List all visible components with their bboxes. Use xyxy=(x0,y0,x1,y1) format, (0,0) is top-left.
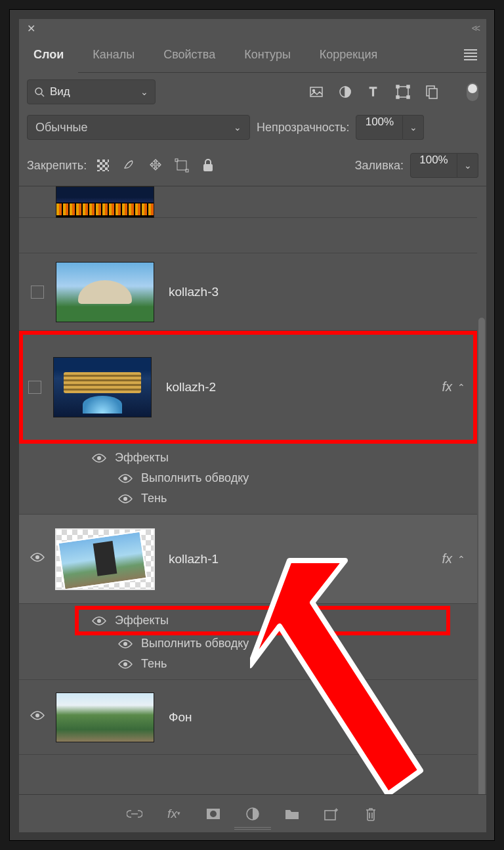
mask-icon[interactable] xyxy=(205,806,221,822)
eye-icon[interactable] xyxy=(117,659,133,669)
lock-icons xyxy=(96,158,215,173)
fx-icon[interactable]: fx▾ xyxy=(166,806,182,822)
effects-label: Эффекты xyxy=(115,451,169,465)
fill-stepper[interactable]: ⌄ xyxy=(457,153,478,178)
panel-titlebar: ✕ << xyxy=(19,19,486,37)
filter-toggle[interactable] xyxy=(467,83,478,101)
search-input[interactable] xyxy=(50,85,116,98)
visibility-toggle[interactable] xyxy=(19,710,56,724)
svg-point-20 xyxy=(97,456,101,460)
fill-label: Заливка: xyxy=(355,159,404,173)
tab-adjustments[interactable]: Коррекция xyxy=(305,37,392,72)
layer-thumbnail[interactable] xyxy=(53,357,152,417)
svg-point-25 xyxy=(123,642,127,646)
layer-row[interactable] xyxy=(19,186,477,218)
layer-thumbnail[interactable] xyxy=(56,692,154,742)
scrollbar-thumb[interactable] xyxy=(478,318,485,794)
tab-properties[interactable]: Свойства xyxy=(149,37,230,72)
fill-input[interactable]: 100% xyxy=(410,153,457,178)
tab-channels[interactable]: Каналы xyxy=(78,37,149,72)
group-icon[interactable] xyxy=(284,806,300,822)
tab-paths[interactable]: Контуры xyxy=(230,37,305,72)
lock-all-icon[interactable] xyxy=(201,158,215,173)
svg-rect-13 xyxy=(97,159,109,171)
effect-shadow[interactable]: Тень xyxy=(19,654,477,674)
layers-panel: ✕ << Слои Каналы Свойства Контуры Коррек… xyxy=(19,19,486,832)
svg-point-21 xyxy=(123,477,127,480)
delete-icon[interactable] xyxy=(363,806,379,822)
chevron-down-icon[interactable]: ⌄ xyxy=(140,87,148,97)
chevron-down-icon: ⌄ xyxy=(234,122,242,133)
layer-thumbnail[interactable] xyxy=(56,529,154,589)
visibility-toggle[interactable] xyxy=(19,286,56,299)
eye-icon[interactable] xyxy=(91,453,107,463)
filter-shape-icon[interactable] xyxy=(396,85,410,99)
filter-type-icon[interactable]: T xyxy=(367,85,381,99)
svg-line-1 xyxy=(41,94,44,96)
svg-point-29 xyxy=(210,811,217,817)
layer-name[interactable]: kollazh-3 xyxy=(169,285,219,299)
svg-rect-9 xyxy=(396,96,399,98)
panel-tabs: Слои Каналы Свойства Контуры Коррекция xyxy=(19,37,486,73)
filter-row: ⌄ T xyxy=(19,73,486,111)
svg-point-0 xyxy=(35,88,42,95)
layer-name[interactable]: kollazh-1 xyxy=(169,552,219,566)
eye-icon[interactable] xyxy=(117,494,133,504)
eye-icon[interactable] xyxy=(91,616,107,626)
svg-rect-7 xyxy=(396,85,399,88)
blend-row: Обычные ⌄ Непрозрачность: 100% ⌄ xyxy=(19,111,486,148)
layer-row-kollazh-1[interactable]: kollazh-1 fx⌃ xyxy=(19,515,477,604)
layer-search[interactable]: ⌄ xyxy=(27,79,156,104)
svg-rect-19 xyxy=(203,164,213,171)
close-icon[interactable]: ✕ xyxy=(27,22,35,35)
fx-badge[interactable]: fx⌃ xyxy=(442,551,465,566)
blend-mode-value: Обычные xyxy=(35,121,88,135)
effects-header[interactable]: Эффекты xyxy=(79,610,446,631)
filter-pixel-icon[interactable] xyxy=(309,85,324,99)
effect-stroke[interactable]: Выполнить обводку xyxy=(19,633,477,654)
svg-point-26 xyxy=(123,662,127,666)
link-layers-icon[interactable] xyxy=(127,806,142,822)
svg-point-22 xyxy=(123,497,127,501)
layer-name[interactable]: Фон xyxy=(169,710,192,725)
svg-rect-8 xyxy=(407,85,410,88)
svg-rect-16 xyxy=(177,161,186,170)
lock-paint-icon[interactable] xyxy=(122,158,136,173)
filter-icons: T xyxy=(309,85,439,99)
lock-artboard-icon[interactable] xyxy=(175,158,189,173)
filter-adjustment-icon[interactable] xyxy=(338,85,352,99)
effects-header[interactable]: Эффекты xyxy=(19,448,477,468)
layer-name[interactable]: kollazh-2 xyxy=(166,380,216,394)
layer-list: kollazh-3 kollazh-2 fx⌃ Эффекты xyxy=(19,186,486,794)
layer-row-background[interactable]: Фон xyxy=(19,680,477,755)
lock-label: Закрепить: xyxy=(27,159,87,173)
eye-icon[interactable] xyxy=(117,473,133,484)
visibility-toggle[interactable] xyxy=(19,552,56,566)
opacity-stepper[interactable]: ⌄ xyxy=(403,115,424,140)
filter-smartobject-icon[interactable] xyxy=(425,85,439,99)
blend-mode-select[interactable]: Обычные ⌄ xyxy=(27,115,250,140)
effects-group: Эффекты Выполнить обводку Тень xyxy=(19,604,477,680)
eye-icon[interactable] xyxy=(117,639,133,649)
effect-shadow[interactable]: Тень xyxy=(19,488,477,509)
effects-label: Эффекты xyxy=(115,614,169,627)
svg-point-27 xyxy=(35,713,39,717)
effects-group: Эффекты Выполнить обводку Тень xyxy=(19,444,477,515)
lock-position-icon[interactable] xyxy=(148,158,163,173)
layer-row-kollazh-3[interactable]: kollazh-3 xyxy=(19,253,477,331)
tab-layers[interactable]: Слои xyxy=(19,38,78,73)
resize-grip[interactable] xyxy=(234,827,271,831)
layer-row-kollazh-2[interactable]: kollazh-2 fx⌃ xyxy=(19,331,477,444)
panel-menu-icon[interactable] xyxy=(455,47,486,62)
collapse-icon[interactable]: << xyxy=(472,23,478,33)
new-layer-icon[interactable] xyxy=(324,806,339,822)
visibility-toggle[interactable] xyxy=(19,381,53,394)
fx-badge[interactable]: fx⌃ xyxy=(442,379,465,394)
layer-thumbnail[interactable] xyxy=(56,186,154,218)
layer-thumbnail[interactable] xyxy=(56,262,154,322)
adjustment-layer-icon[interactable] xyxy=(245,806,261,822)
effect-stroke[interactable]: Выполнить обводку xyxy=(19,468,477,488)
opacity-input[interactable]: 100% xyxy=(356,115,403,140)
lock-transparency-icon[interactable] xyxy=(96,158,110,173)
opacity-label: Непрозрачность: xyxy=(257,121,349,135)
